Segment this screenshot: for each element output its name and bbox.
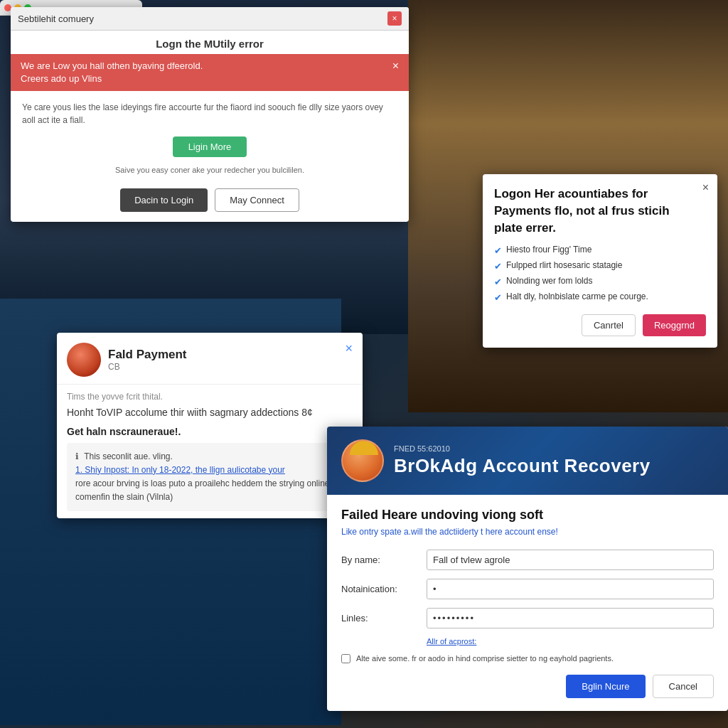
dialog3-name: Fald Payment — [108, 348, 187, 362]
form-input-name[interactable] — [427, 550, 714, 570]
form-checkbox-label: Alte aive some. fr or aodo in hind compr… — [356, 654, 614, 663]
dialog2-check-item-3: ✔ Nolnding wer fom lolds — [494, 276, 706, 287]
payment-dialog: Fald Payment CB × Tims the yovve fcrit t… — [57, 333, 363, 518]
dialog1-error-line1: We are Low you hall othen byaving dfeero… — [21, 60, 203, 73]
dialog2-check-item-4: ✔ Halt dly, holnbislate carme pe courge. — [494, 291, 706, 303]
check-icon-3: ✔ — [494, 277, 502, 287]
info-icon: ℹ — [75, 451, 79, 461]
dialog1-connect-btn[interactable]: May Connect — [215, 188, 299, 212]
dialog4-btn-row: Bglin Ncure Cancel — [341, 675, 714, 698]
form-row-name: By name: — [341, 550, 714, 570]
dialog3-body: Tims the yovve fcrit thital. Honht ToVIP… — [57, 385, 363, 518]
dialog2-check-item-1: ✔ Hiesto frour Figg' Time — [494, 245, 706, 256]
form-input-linles[interactable] — [427, 608, 714, 628]
dialog1-learn-btn[interactable]: Ligin More — [173, 136, 247, 157]
dialog1-body: Ye care yous lies the lase ideyings fire… — [11, 91, 409, 134]
dialog3-header: Fald Payment CB — [57, 333, 363, 385]
dialog2-close-btn[interactable]: × — [702, 181, 709, 194]
dialog2-check-text-4: Halt dly, holnbislate carme pe courge. — [506, 291, 648, 301]
dialog1-error-text: We are Low you hall othen byaving dfeero… — [21, 60, 203, 85]
dialog1-btn-row: Dacin to Login May Connect — [11, 183, 409, 222]
dialog1-title: Sebtilehit comuery — [18, 14, 94, 24]
dialog3-msg: Honht ToVIP accolume thir wiith sagmary … — [67, 406, 353, 420]
dialog3-time: Tims the yovve fcrit thital. — [67, 392, 353, 402]
check-icon-4: ✔ — [494, 292, 502, 303]
avatar-image — [67, 343, 101, 377]
dialog3-avatar — [67, 343, 101, 377]
dialog2-check-text-1: Hiesto frour Figg' Time — [506, 245, 592, 255]
dialog3-section-title: Get haln nscrauneraue!. — [67, 426, 353, 437]
dialog4-app-name: BrOkAdg Account Recovery — [394, 455, 651, 477]
dialog2-btn-row: Canrtel Reoggrnd — [494, 314, 706, 336]
form-row-notification: Notainication: — [341, 579, 714, 599]
dialog3-close-btn[interactable]: × — [345, 341, 353, 356]
dialog4-title: Failed Heare undoving viong soft — [341, 508, 714, 523]
check-icon-2: ✔ — [494, 261, 502, 272]
logon-dialog: × Logon Her acountiabes for Payments flo… — [483, 174, 717, 348]
dialog2-title: Logon Her acountiabes for Payments flo, … — [494, 186, 706, 236]
dialog4-signin-btn[interactable]: Bglin Ncure — [566, 675, 645, 698]
dialog2-cancel-btn[interactable]: Canrtel — [582, 314, 636, 336]
dialog4-cancel-btn[interactable]: Cancel — [653, 675, 714, 698]
dialog2-check-item-2: ✔ Fulpped rlirt hosesaric statagie — [494, 260, 706, 272]
form-input-notification[interactable] — [427, 579, 714, 599]
dialog3-sub: CB — [108, 362, 187, 372]
dialog4-header-text: FNED 55:62010 BrOkAdg Account Recovery — [394, 444, 651, 477]
dialog1-banner-close[interactable]: × — [392, 60, 399, 73]
dialog4-user-id: FNED 55:62010 — [394, 444, 651, 453]
form-label-name: By name: — [341, 555, 419, 565]
check-icon-1: ✔ — [494, 245, 502, 256]
dialog2-relogon-btn[interactable]: Reoggrnd — [643, 314, 706, 336]
dialog1-error-banner: We are Low you hall othen byaving dfeero… — [11, 54, 409, 91]
security-dialog: Sebtilehit comuery × Logn the MUtily err… — [11, 7, 409, 222]
form-link-acprost[interactable]: Allr of acprost: — [427, 637, 714, 646]
dialog1-footer: Saive you easy coner ake your redecher y… — [11, 166, 409, 183]
dialog1-titlebar: Sebtilehit comuery × — [11, 7, 409, 31]
dialog3-info-box: ℹ This seconlit aue. vling. 1. Shiy Inpo… — [67, 443, 353, 512]
dialog4-header: FNED 55:62010 BrOkAdg Account Recovery — [327, 427, 728, 495]
dialog3-info-rest: rore acour brving is loas puto a proaile… — [75, 478, 330, 502]
dialog3-info-line1: This seconlit aue. vling. — [84, 451, 173, 461]
dialog3-info-link[interactable]: 1. Shiy Inpost: In only 18-2022, the lli… — [75, 465, 285, 475]
dialog1-error-line2: Creers ado up Vlins — [21, 73, 203, 85]
dialog3-header-text: Fald Payment CB — [108, 348, 187, 372]
form-checkbox[interactable] — [341, 654, 350, 663]
form-row-linles: Linles: — [341, 608, 714, 628]
dialog2-check-text-3: Nolnding wer fom lolds — [506, 276, 592, 286]
form-checkbox-row: Alte aive some. fr or aodo in hind compr… — [341, 654, 714, 663]
avatar-hat — [350, 441, 378, 455]
form-label-notification: Notainication: — [341, 584, 419, 594]
form-label-linles: Linles: — [341, 613, 419, 623]
dialog4-subtitle: Like ontry spate a.will the adctiiderty … — [341, 527, 714, 537]
dialog4-body: Failed Heare undoving viong soft Like on… — [327, 495, 728, 711]
dialog1-login-btn[interactable]: Dacin to Login — [120, 188, 208, 212]
dialog4-avatar — [341, 439, 384, 482]
dialog1-subtitle: Logn the MUtily error — [11, 31, 409, 54]
account-recovery-dialog: FNED 55:62010 BrOkAdg Account Recovery F… — [327, 427, 728, 711]
dialog2-check-text-2: Fulpped rlirt hosesaric statagie — [506, 260, 622, 270]
dialog1-close-btn[interactable]: × — [387, 11, 402, 26]
